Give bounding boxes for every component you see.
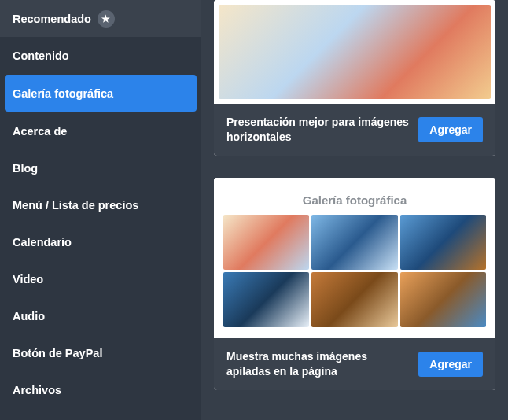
preview-image — [223, 272, 309, 327]
card-footer: Presentación mejor para imágenes horizon… — [214, 104, 495, 156]
layout-card: Presentación mejor para imágenes horizon… — [214, 0, 495, 156]
card-description: Presentación mejor para imágenes horizon… — [226, 115, 409, 145]
card-preview: Galería fotográfica — [214, 178, 495, 338]
sidebar-item-archivos[interactable]: Archivos — [0, 371, 201, 408]
sidebar-item-label: Audio — [13, 310, 45, 322]
add-button[interactable]: Agregar — [418, 352, 483, 377]
sidebar-item-label: Botón de PayPal — [13, 347, 102, 359]
sidebar-item-boton-paypal[interactable]: Botón de PayPal — [0, 334, 201, 371]
main-panel: Presentación mejor para imágenes horizon… — [201, 0, 508, 420]
sidebar-item-label: Acerca de — [13, 125, 67, 138]
sidebar-item-calendario[interactable]: Calendario — [0, 223, 201, 260]
card-footer: Muestra muchas imágenes apiladas en la p… — [214, 338, 495, 390]
sidebar-item-label: Galería fotográfica — [13, 87, 113, 100]
sidebar-item-menu-precios[interactable]: Menú / Lista de precios — [0, 186, 201, 223]
sidebar-item-blog[interactable]: Blog — [0, 149, 201, 186]
preview-image — [400, 215, 486, 270]
card-description: Muestra muchas imágenes apiladas en la p… — [226, 349, 409, 379]
sidebar-item-label: Calendario — [13, 236, 72, 249]
sidebar-item-galeria-fotografica[interactable]: Galería fotográfica — [5, 75, 197, 112]
sidebar-item-label: Archivos — [13, 384, 61, 396]
preview-image — [219, 5, 491, 99]
preview-image — [311, 215, 397, 270]
sidebar-item-video[interactable]: Video — [0, 260, 201, 297]
sidebar-item-label: Video — [13, 273, 43, 286]
preview-image — [223, 215, 309, 270]
sidebar-item-label: Blog — [13, 162, 38, 175]
layout-card: Galería fotográfica Muestra muchas imáge… — [214, 178, 495, 390]
preview-grid — [219, 215, 491, 333]
star-icon: ★ — [98, 10, 115, 28]
sidebar: Recomendado ★ Contenido Galería fotográf… — [0, 0, 201, 420]
sidebar-item-label: Recomendado — [13, 13, 91, 25]
add-button[interactable]: Agregar — [418, 117, 483, 142]
sidebar-item-acerca-de[interactable]: Acerca de — [0, 112, 201, 149]
sidebar-item-label: Menú / Lista de precios — [13, 199, 138, 212]
card-preview — [214, 0, 495, 104]
preview-title: Galería fotográfica — [219, 182, 491, 215]
preview-image — [400, 272, 486, 327]
sidebar-item-audio[interactable]: Audio — [0, 297, 201, 334]
sidebar-item-label: Contenido — [13, 50, 69, 62]
sidebar-item-contenido[interactable]: Contenido — [0, 37, 201, 74]
sidebar-item-recomendado[interactable]: Recomendado ★ — [0, 0, 201, 37]
preview-image — [311, 272, 397, 327]
